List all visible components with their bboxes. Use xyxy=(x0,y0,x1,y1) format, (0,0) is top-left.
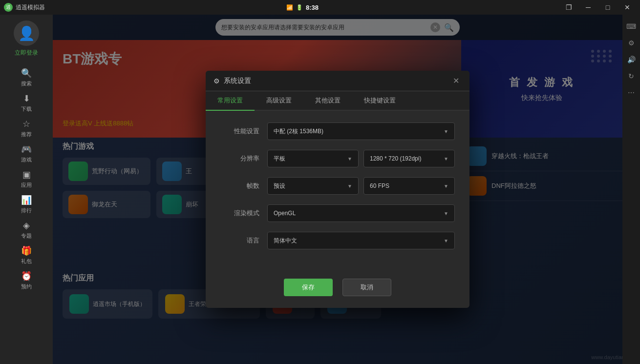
left-sidebar: 👤 立即登录 🔍 搜索 ⬇ 下载 ☆ 推荐 🎮 游戏 ▣ 应用 📊 排行 ◈ 专… xyxy=(0,15,53,364)
sidebar-item-recommend[interactable]: ☆ 推荐 xyxy=(0,116,53,141)
emulator-area: 想要安装的安卓应用请选择需要安装的安卓应用 ✕ 🔍 BT游戏专 ⚡ 登录送高V … xyxy=(53,15,622,364)
chevron-down-icon-render: ▼ xyxy=(444,211,448,216)
chevron-down-icon-res1: ▼ xyxy=(347,156,352,162)
select-render[interactable]: OpenGL ▼ xyxy=(267,204,455,222)
title-bar-left: 逍 逍遥模拟器 xyxy=(4,3,45,12)
select-performance[interactable]: 中配 (2核 1536MB) ▼ xyxy=(267,122,455,140)
sidebar-label-gift: 礼包 xyxy=(21,258,32,265)
sidebar-label-download: 下载 xyxy=(21,105,32,113)
save-button[interactable]: 保存 xyxy=(284,279,333,296)
sidebar-item-reserve[interactable]: ⏰ 预约 xyxy=(0,268,53,293)
select-performance-value: 中配 (2核 1536MB) xyxy=(274,127,323,136)
sidebar-item-gift[interactable]: 🎁 礼包 xyxy=(0,243,53,268)
select-language[interactable]: 简体中文 ▼ xyxy=(267,232,455,249)
login-button[interactable]: 立即登录 xyxy=(15,49,38,57)
sidebar-label-recommend: 推荐 xyxy=(21,131,32,138)
clock: 8:38 xyxy=(306,4,319,11)
select-render-value: OpenGL xyxy=(274,210,296,217)
dialog-tabs: 常用设置 高级设置 其他设置 快捷键设置 xyxy=(206,91,469,111)
sidebar-label-search: 搜索 xyxy=(21,80,32,87)
label-render: 渲染模式 xyxy=(220,209,259,218)
sidebar-item-special[interactable]: ◈ 专题 xyxy=(0,217,53,243)
control-language: 简体中文 ▼ xyxy=(267,232,455,249)
setting-row-performance: 性能设置 中配 (2核 1536MB) ▼ xyxy=(220,122,455,140)
setting-row-language: 语言 简体中文 ▼ xyxy=(220,232,455,249)
setting-row-render: 渲染模式 OpenGL ▼ xyxy=(220,204,455,222)
maximize-button[interactable]: □ xyxy=(599,2,617,13)
control-fps: 预设 ▼ 60 FPS ▼ xyxy=(267,177,455,195)
gift-icon: 🎁 xyxy=(21,245,32,256)
select-fps-value-text: 60 FPS xyxy=(370,182,389,189)
dialog-body: 性能设置 中配 (2核 1536MB) ▼ 分辨率 平板 ▼ xyxy=(206,111,469,271)
setting-row-fps: 帧数 预设 ▼ 60 FPS ▼ xyxy=(220,177,455,195)
select-resolution-type-value: 平板 xyxy=(274,155,285,163)
select-fps-value[interactable]: 60 FPS ▼ xyxy=(363,177,455,195)
sidebar-item-games[interactable]: 🎮 游戏 xyxy=(0,141,53,166)
settings-dialog: ⚙ 系统设置 ✕ 常用设置 高级设置 其他设置 快捷键设置 性能设置 xyxy=(206,71,469,308)
tab-common[interactable]: 常用设置 xyxy=(206,91,255,110)
title-bar: 逍 逍遥模拟器 📶 🔋 8:38 ❐ ─ □ ✕ xyxy=(0,0,640,15)
apps-icon: ▣ xyxy=(22,169,31,180)
battery-icon: 🔋 xyxy=(296,4,303,11)
dialog-footer: 保存 取消 xyxy=(206,271,469,308)
cancel-button[interactable]: 取消 xyxy=(342,279,391,296)
avatar[interactable]: 👤 xyxy=(14,20,39,46)
rank-icon: 📊 xyxy=(21,195,32,205)
setting-row-resolution: 分辨率 平板 ▼ 1280 * 720 (192dpi) ▼ xyxy=(220,150,455,167)
settings-title-text: 系统设置 xyxy=(224,77,251,85)
select-resolution-type[interactable]: 平板 ▼ xyxy=(267,150,359,167)
chevron-down-icon-fps1: ▼ xyxy=(347,183,352,189)
control-render: OpenGL ▼ xyxy=(267,204,455,222)
restore-button[interactable]: ❐ xyxy=(560,2,577,13)
sidebar-item-download[interactable]: ⬇ 下载 xyxy=(0,90,53,116)
right-sidebar: ⌨ ⚙ 🔊 ↻ ⋯ xyxy=(622,15,640,364)
reserve-icon: ⏰ xyxy=(21,271,32,282)
sidebar-item-search[interactable]: 🔍 搜索 xyxy=(0,65,53,90)
label-language: 语言 xyxy=(220,236,259,245)
keyboard-button[interactable]: ⌨ xyxy=(623,19,639,34)
minimize-button[interactable]: ─ xyxy=(579,2,597,13)
label-resolution: 分辨率 xyxy=(220,154,259,163)
chevron-down-icon-lang: ▼ xyxy=(444,238,448,243)
tab-advanced[interactable]: 高级设置 xyxy=(255,91,303,110)
settings-button[interactable]: ⚙ xyxy=(623,35,639,51)
select-fps-preset[interactable]: 预设 ▼ xyxy=(267,177,359,195)
rotate-button[interactable]: ↻ xyxy=(623,68,639,84)
more-button[interactable]: ⋯ xyxy=(623,85,639,101)
download-icon: ⬇ xyxy=(23,93,30,104)
sidebar-label-special: 专题 xyxy=(21,232,32,240)
dialog-header: ⚙ 系统设置 ✕ xyxy=(206,71,469,91)
tab-other[interactable]: 其他设置 xyxy=(303,91,352,110)
control-resolution: 平板 ▼ 1280 * 720 (192dpi) ▼ xyxy=(267,150,455,167)
wifi-icon: 📶 xyxy=(286,4,293,11)
chevron-down-icon-res2: ▼ xyxy=(444,156,448,162)
search-icon: 🔍 xyxy=(21,68,32,79)
select-resolution-size[interactable]: 1280 * 720 (192dpi) ▼ xyxy=(363,150,455,167)
control-performance: 中配 (2核 1536MB) ▼ xyxy=(267,122,455,140)
settings-gear-icon: ⚙ xyxy=(213,77,220,85)
close-button[interactable]: ✕ xyxy=(619,2,636,13)
avatar-area: 👤 立即登录 xyxy=(14,20,39,57)
sidebar-item-apps[interactable]: ▣ 应用 xyxy=(0,166,53,192)
label-performance: 性能设置 xyxy=(220,127,259,136)
sidebar-label-rank: 排行 xyxy=(21,207,32,214)
modal-overlay: ⚙ 系统设置 ✕ 常用设置 高级设置 其他设置 快捷键设置 性能设置 xyxy=(53,15,622,364)
special-icon: ◈ xyxy=(23,220,30,231)
recommend-icon: ☆ xyxy=(22,119,30,129)
sidebar-label-apps: 应用 xyxy=(21,182,32,189)
dialog-close-button[interactable]: ✕ xyxy=(450,75,462,87)
chevron-down-icon-fps2: ▼ xyxy=(444,183,448,189)
sidebar-label-games: 游戏 xyxy=(21,156,32,163)
tab-shortcut[interactable]: 快捷键设置 xyxy=(352,91,407,110)
games-icon: 🎮 xyxy=(21,144,32,155)
select-language-value: 简体中文 xyxy=(274,237,297,245)
dialog-title: ⚙ 系统设置 xyxy=(213,77,251,85)
volume-button[interactable]: 🔊 xyxy=(623,52,639,67)
chevron-down-icon: ▼ xyxy=(444,129,448,134)
sidebar-item-rank[interactable]: 📊 排行 xyxy=(0,192,53,217)
select-fps-preset-value: 预设 xyxy=(274,182,285,190)
sidebar-label-reserve: 预约 xyxy=(21,283,32,290)
select-resolution-size-value: 1280 * 720 (192dpi) xyxy=(370,155,421,162)
app-title: 逍遥模拟器 xyxy=(16,3,45,12)
label-fps: 帧数 xyxy=(220,182,259,190)
